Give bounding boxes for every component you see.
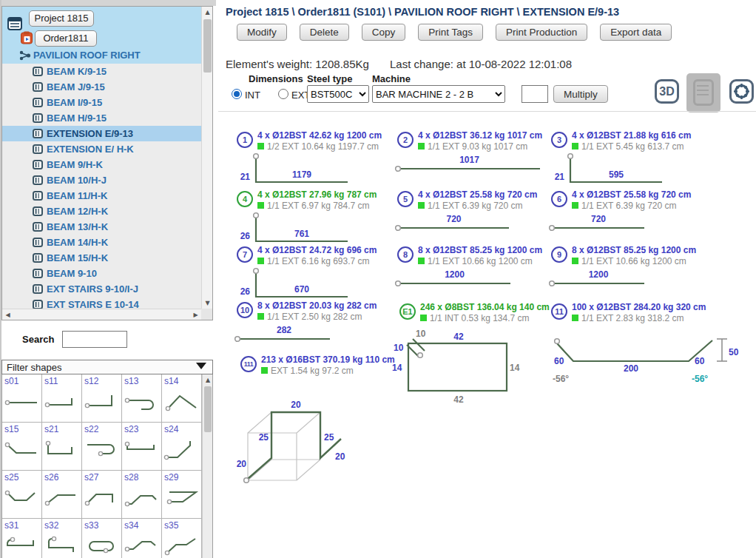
shape-item-6[interactable]: 64 x Ø12BST 25.58 kg 720 cm1/1 EXT 6.39 … xyxy=(551,189,710,211)
green-square-icon xyxy=(257,202,264,209)
item-spec-line: 4 x Ø12BST 25.58 kg 720 cm xyxy=(572,189,710,200)
shape-item-5[interactable]: 54 x Ø12BST 25.58 kg 720 cm1/1 EXT 6.39 … xyxy=(397,189,556,211)
scroll-thumb[interactable] xyxy=(204,386,212,432)
view-3d-button[interactable]: 3D xyxy=(655,79,679,104)
palette-shape-s23[interactable]: s23 xyxy=(122,423,162,471)
print-production-button[interactable]: Print Production xyxy=(496,24,587,41)
export-data-button[interactable]: Export data xyxy=(600,24,672,41)
palette-vertical-scrollbar[interactable]: ▲ xyxy=(202,374,212,558)
palette-shape-s22[interactable]: s22 xyxy=(82,423,122,471)
palette-shape-s14[interactable]: s14 xyxy=(162,374,202,423)
palette-shape-s29[interactable]: s29 xyxy=(162,471,202,519)
svg-text:670: 670 xyxy=(294,284,309,295)
shape-item-7[interactable]: 74 x Ø12BST 24.72 kg 696 cm1/1 EXT 6.16 … xyxy=(237,245,396,266)
palette-shape-s34[interactable]: s34 xyxy=(122,519,162,558)
shape-item-111[interactable]: 111213 x Ø16BST 370.19 kg 110 cmEXT 1.54… xyxy=(240,354,399,376)
print-tags-button[interactable]: Print Tags xyxy=(418,24,483,41)
shape-item-E1[interactable]: E1246 x Ø8BST 136.04 kg 140 cm1/1 INT 0.… xyxy=(399,302,558,323)
tree-group-row[interactable]: PAVILION ROOF RIGHT xyxy=(33,50,141,61)
multiply-button[interactable]: Multiply xyxy=(553,85,608,103)
palette-shape-s31[interactable]: s31 xyxy=(2,519,42,558)
tree-item[interactable]: EXTENSION E/9-13 xyxy=(2,126,201,141)
shape-item-4[interactable]: 44 x Ø12BST 27.96 kg 787 cm1/1 EXT 6.97 … xyxy=(237,189,396,211)
svg-text:1200: 1200 xyxy=(445,269,465,280)
delete-button[interactable]: Delete xyxy=(300,24,349,41)
beam-icon xyxy=(33,129,43,138)
scroll-down-arrow[interactable]: ▼ xyxy=(202,298,213,309)
shape-glyph-icon xyxy=(44,487,79,509)
machine-select[interactable]: BAR MACHINE 2 - 2 B xyxy=(372,85,505,103)
tree-item[interactable]: EXT STAIRS 9-10/I-J xyxy=(2,281,201,297)
item-spec-line: 4 x Ø12BST 21.88 kg 616 cm xyxy=(572,130,710,141)
palette-shape-s01[interactable]: s01 xyxy=(2,374,42,423)
palette-shape-s11[interactable]: s11 xyxy=(42,374,82,423)
tree-item[interactable]: BEAM 10/H-J xyxy=(2,172,201,188)
green-square-icon xyxy=(572,202,578,209)
item-spec-line: 4 x Ø12BST 42.62 kg 1200 cm xyxy=(257,130,396,141)
tree-item[interactable]: BEAM J/9-15 xyxy=(2,79,201,95)
tree-item[interactable]: BEAM 14/H-K xyxy=(2,235,201,250)
palette-shape-s15[interactable]: s15 xyxy=(2,423,42,471)
palette-shape-s21[interactable]: s21 xyxy=(42,423,82,471)
svg-text:25: 25 xyxy=(259,432,269,443)
scroll-left-arrow[interactable]: ◀ xyxy=(2,309,13,320)
shape-item-2[interactable]: 24 x Ø12BST 36.12 kg 1017 cm1/1 EXT 9.03… xyxy=(397,130,556,152)
svg-text:26: 26 xyxy=(240,286,251,297)
tree-item[interactable]: BEAM 13/H-K xyxy=(2,219,201,235)
order-button[interactable]: Order1811 xyxy=(35,30,97,47)
tree-item[interactable]: EXTENSION E/ H-K xyxy=(2,141,201,157)
tree-item[interactable]: BEAM K/9-15 xyxy=(2,64,201,79)
shape-item-8[interactable]: 88 x Ø12BST 85.25 kg 1200 cm1/1 EXT 10.6… xyxy=(397,245,556,266)
scroll-up-arrow[interactable]: ▲ xyxy=(202,7,213,18)
radio-ext[interactable] xyxy=(278,89,288,99)
palette-shape-s25[interactable]: s25 xyxy=(2,471,42,519)
shape-item-9[interactable]: 98 x Ø12BST 85.25 kg 1200 cm1/1 EXT 10.6… xyxy=(551,245,710,266)
shape-item-3[interactable]: 34 x Ø12BST 21.88 kg 616 cm1/1 EXT 5.45 … xyxy=(551,130,710,152)
palette-shape-s24[interactable]: s24 xyxy=(162,423,202,471)
filter-shapes-dropdown[interactable]: Filter shapes xyxy=(1,360,213,374)
item-badge: 1 xyxy=(237,132,253,148)
beam-icon xyxy=(33,284,43,294)
search-input[interactable] xyxy=(62,331,127,348)
svg-text:1200: 1200 xyxy=(589,269,609,280)
svg-text:595: 595 xyxy=(609,169,624,180)
scroll-up-arrow[interactable]: ▲ xyxy=(203,374,213,386)
tree-item[interactable]: BEAM 12/H-K xyxy=(2,204,201,219)
palette-shape-s13[interactable]: s13 xyxy=(122,374,162,423)
tree-item[interactable]: BEAM 15/H-K xyxy=(2,250,201,266)
palette-shape-s28[interactable]: s28 xyxy=(122,471,162,519)
copy-button[interactable]: Copy xyxy=(362,24,406,41)
palette-shape-s26[interactable]: s26 xyxy=(42,471,82,519)
shape-item-10[interactable]: 108 x Ø12BST 20.03 kg 282 cm1/1 EXT 2.50… xyxy=(237,300,396,322)
tree-item[interactable]: BEAM 11/H-K xyxy=(2,188,201,204)
shape-item-11[interactable]: 11100 x Ø12BST 284.20 kg 320 cm1/1 EXT 2… xyxy=(551,302,710,323)
document-view-button-disabled[interactable] xyxy=(686,73,720,112)
palette-shape-s12[interactable]: s12 xyxy=(82,374,122,423)
scroll-right-arrow[interactable]: ▶ xyxy=(190,309,201,320)
shape-glyph-icon xyxy=(4,439,39,461)
tree-item-label: EXT STAIRS 9-10/I-J xyxy=(47,283,138,295)
tree-item[interactable]: BEAM 9-10 xyxy=(2,266,201,281)
wheel-settings-button[interactable] xyxy=(729,79,754,104)
tree-item[interactable]: BEAM H/9-15 xyxy=(2,110,201,126)
steel-type-select[interactable]: BST500C xyxy=(307,85,369,103)
palette-shape-s27[interactable]: s27 xyxy=(82,471,122,519)
tree-vertical-scrollbar[interactable]: ▲ ▼ xyxy=(201,7,212,309)
radio-int[interactable] xyxy=(232,89,242,99)
palette-shape-s32[interactable]: s32 xyxy=(42,519,82,558)
shape-item-1[interactable]: 14 x Ø12BST 42.62 kg 1200 cm1/2 EXT 10.6… xyxy=(237,130,396,152)
scroll-thumb[interactable] xyxy=(203,19,212,73)
palette-shape-label: s26 xyxy=(42,471,81,483)
modify-button[interactable]: Modify xyxy=(237,24,287,41)
tree-horizontal-scrollbar[interactable]: ◀ ▶ xyxy=(2,309,201,320)
tree-item[interactable]: BEAM I/9-15 xyxy=(2,95,201,110)
element-weight-text: Element's weight: 1208.85Kg xyxy=(226,58,369,70)
item-unit-line: 1/1 EXT 6.39 kg 720 cm xyxy=(418,201,556,211)
bar-shape-drawing: 211179 xyxy=(229,152,362,188)
multiply-input[interactable] xyxy=(522,85,548,103)
project-button[interactable]: Project 1815 xyxy=(29,10,94,27)
palette-shape-s35[interactable]: s35 xyxy=(162,519,202,558)
bar-shape-drawing: 602006050-56°-56° xyxy=(547,332,750,386)
palette-shape-s33[interactable]: s33 xyxy=(82,519,122,558)
tree-item[interactable]: BEAM 9/H-K xyxy=(2,157,201,172)
